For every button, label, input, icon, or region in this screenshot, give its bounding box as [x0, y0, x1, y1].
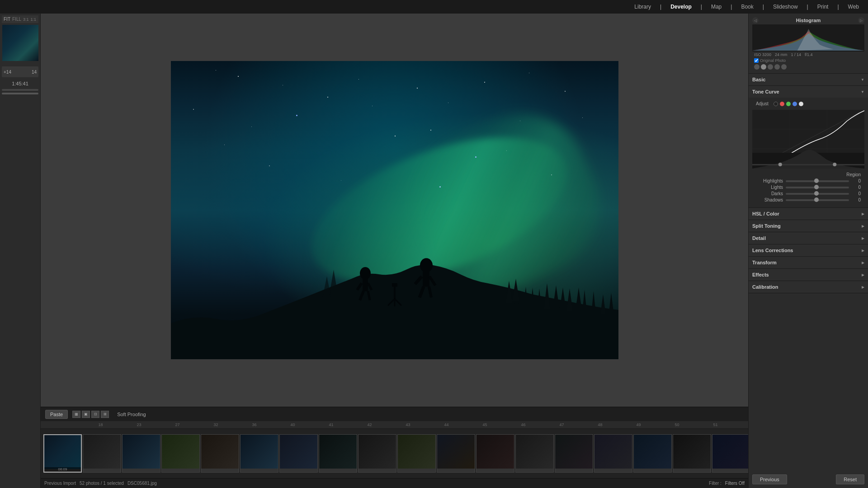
nav-develop[interactable]: Develop — [670, 4, 692, 10]
tone-curve-graph[interactable] — [752, 110, 864, 169]
hist-tool-4[interactable] — [774, 64, 780, 70]
film-thumb-15[interactable] — [633, 434, 672, 473]
histogram-warning-right[interactable]: ▷ — [858, 17, 864, 23]
hist-tool-3[interactable] — [768, 64, 773, 70]
adjust-dot-red[interactable] — [780, 102, 784, 106]
left-text-1 — [0, 95, 40, 99]
mini-slider-2[interactable] — [2, 93, 38, 94]
split-toning-header[interactable]: Split Toning ▶ — [749, 220, 868, 232]
fnum-50: 50 — [658, 422, 696, 427]
nav-library[interactable]: Library — [634, 4, 651, 10]
adjust-dot-green[interactable] — [786, 102, 791, 106]
nav-print[interactable]: Print — [817, 4, 829, 10]
adjust-dot-white[interactable] — [799, 102, 803, 106]
svg-point-0 — [360, 267, 371, 280]
transform-arrow: ▶ — [862, 261, 864, 265]
single-view-icon[interactable]: ▣ — [82, 411, 90, 418]
hill-silhouette — [171, 225, 618, 359]
fnum-41: 41 — [312, 422, 350, 427]
film-thumb-1[interactable] — [83, 434, 121, 473]
nav-map[interactable]: Map — [711, 4, 722, 10]
shadows-value: 0 — [852, 197, 861, 202]
paste-button[interactable]: Paste — [45, 410, 68, 419]
histogram-warning-left[interactable]: ◁ — [752, 17, 759, 23]
effects-section: Effects ▶ — [749, 269, 868, 281]
lens-corrections-header[interactable]: Lens Corrections ▶ — [749, 244, 868, 256]
lights-label: Lights — [756, 185, 783, 190]
nav-book[interactable]: Book — [741, 4, 753, 10]
film-thumb-7[interactable] — [319, 434, 357, 473]
filters-off-label[interactable]: Filters Off — [725, 481, 745, 486]
view-icons: ▦ ▣ ⊡ ⊞ — [72, 411, 109, 418]
tone-curve-header[interactable]: Tone Curve ▼ — [749, 86, 868, 98]
tool-row-1[interactable]: +14 14 — [2, 66, 38, 77]
adjust-dot-blue[interactable] — [793, 102, 797, 106]
histogram-tools-row — [752, 63, 864, 70]
nav-slideshow[interactable]: Slideshow — [773, 4, 798, 10]
ratio-31[interactable]: 3:1 — [23, 17, 29, 22]
film-thumb-6[interactable] — [279, 434, 318, 473]
highlights-slider[interactable] — [786, 180, 849, 182]
filmstrip-scroll: 06:09 — [41, 432, 748, 474]
survey-view-icon[interactable]: ⊞ — [101, 411, 109, 418]
reset-button[interactable]: Reset — [836, 474, 864, 484]
transform-header[interactable]: Transform ▶ — [749, 257, 868, 268]
detail-header[interactable]: Detail ▶ — [749, 232, 868, 244]
film-thumb-12[interactable] — [515, 434, 554, 473]
original-photo-checkbox[interactable] — [754, 58, 759, 63]
shadows-slider[interactable] — [786, 199, 849, 201]
film-thumb-14[interactable] — [594, 434, 632, 473]
iso-value: ISO 3200 — [754, 52, 771, 57]
film-thumb-5[interactable] — [240, 434, 278, 473]
effects-title: Effects — [752, 272, 769, 277]
fnum-18: 18 — [81, 422, 120, 427]
film-thumb-label: 06:09 — [44, 467, 81, 471]
fill-label[interactable]: FILL — [12, 17, 21, 22]
hsl-section-header[interactable]: HSL / Color ▶ — [749, 208, 868, 220]
highlights-label: Highlights — [756, 178, 783, 183]
svg-point-26 — [778, 163, 782, 166]
compare-view-icon[interactable]: ⊡ — [91, 411, 99, 418]
original-photo-label: Original Photo — [752, 58, 864, 63]
hist-tool-1[interactable] — [754, 64, 760, 70]
film-thumb-10[interactable] — [437, 434, 475, 473]
import-label: Previous Import — [44, 481, 76, 486]
darks-label: Darks — [756, 191, 783, 196]
film-thumb-selected[interactable]: 06:09 — [43, 434, 82, 473]
fit-label[interactable]: FIT — [4, 17, 10, 22]
slider-row-2 — [0, 92, 40, 95]
grid-view-icon[interactable]: ▦ — [72, 411, 80, 418]
ratio-11[interactable]: 1:1 — [31, 17, 37, 22]
lens-corrections-section: Lens Corrections ▶ — [749, 244, 868, 257]
effects-header[interactable]: Effects ▶ — [749, 269, 868, 281]
film-thumb-2[interactable] — [122, 434, 160, 473]
calibration-header[interactable]: Calibration ▶ — [749, 281, 868, 293]
tool-value-2: 14 — [32, 70, 37, 75]
hist-tool-2[interactable] — [761, 64, 766, 70]
film-thumb-17[interactable] — [712, 434, 748, 473]
detail-arrow: ▶ — [862, 236, 864, 240]
mini-slider-1[interactable] — [2, 89, 38, 91]
film-thumb-11[interactable] — [476, 434, 514, 473]
photo-container[interactable] — [41, 14, 748, 407]
previous-button[interactable]: Previous — [752, 474, 787, 484]
svg-rect-16 — [392, 283, 397, 287]
basic-section-header[interactable]: Basic ▼ — [749, 74, 868, 85]
filmstrip-status-bar: Previous Import 52 photos / 1 selected D… — [41, 478, 748, 488]
film-thumb-16[interactable] — [673, 434, 711, 473]
adjust-dot-dark[interactable] — [774, 102, 778, 106]
film-thumb-3[interactable] — [161, 434, 200, 473]
film-thumb-9[interactable] — [397, 434, 436, 473]
nav-web[interactable]: Web — [848, 4, 859, 10]
darks-slider[interactable] — [786, 193, 849, 195]
hist-tool-5[interactable] — [781, 64, 787, 70]
lights-slider[interactable] — [786, 187, 849, 188]
film-thumb-4[interactable] — [201, 434, 239, 473]
fnum-36: 36 — [235, 422, 274, 427]
slider-row-1 — [0, 88, 40, 92]
lens-corrections-arrow: ▶ — [862, 249, 864, 253]
histogram-section: ◁ Histogram ▷ — [749, 14, 868, 74]
film-thumb-8[interactable] — [358, 434, 396, 473]
main-thumbnail[interactable] — [2, 25, 38, 61]
film-thumb-13[interactable] — [555, 434, 593, 473]
